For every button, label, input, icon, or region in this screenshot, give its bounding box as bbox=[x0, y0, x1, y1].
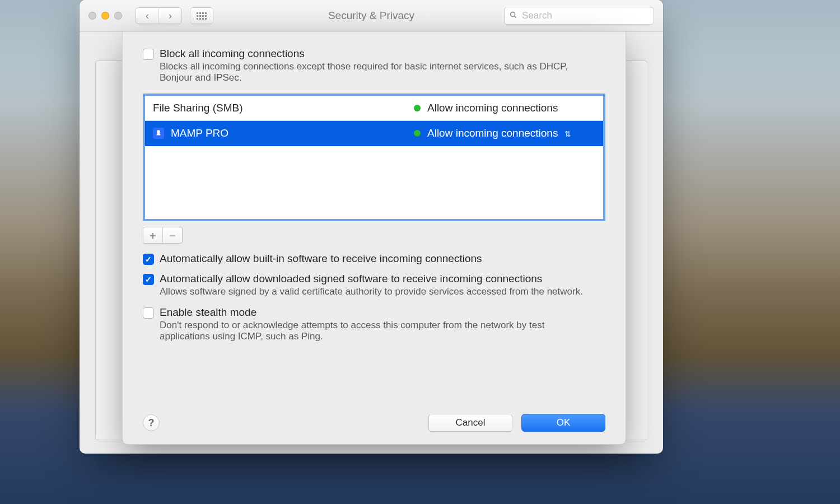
auto-builtin-label: Automatically allow built-in software to… bbox=[160, 253, 482, 265]
chevron-right-icon: › bbox=[169, 10, 172, 22]
help-button[interactable]: ? bbox=[143, 414, 160, 431]
list-item-status: Allow incoming connections bbox=[427, 102, 595, 114]
search-icon bbox=[509, 11, 517, 21]
auto-builtin-checkbox[interactable] bbox=[143, 254, 154, 265]
block-all-option[interactable]: Block all incoming connections Blocks al… bbox=[143, 48, 605, 83]
block-all-sub: Blocks all incoming connections except t… bbox=[160, 61, 591, 83]
status-dot-icon bbox=[414, 105, 421, 111]
sheet-bottom-bar: ? Cancel OK bbox=[143, 414, 605, 432]
stealth-option[interactable]: Enable stealth mode Don't respond to or … bbox=[143, 306, 605, 342]
cancel-button[interactable]: Cancel bbox=[428, 414, 512, 432]
list-item-name: MAMP PRO bbox=[171, 127, 407, 139]
ok-button[interactable]: OK bbox=[521, 414, 605, 432]
search-input[interactable] bbox=[521, 10, 649, 22]
app-icon bbox=[153, 128, 164, 139]
window-title: Security & Privacy bbox=[328, 10, 414, 22]
block-all-checkbox[interactable] bbox=[143, 49, 154, 60]
add-button[interactable]: ＋ bbox=[143, 227, 162, 243]
stealth-sub: Don't respond to or acknowledge attempts… bbox=[160, 320, 591, 342]
svg-line-1 bbox=[515, 16, 516, 17]
back-button[interactable]: ‹ bbox=[136, 8, 158, 24]
grid-icon bbox=[197, 12, 207, 20]
add-remove-buttons: ＋ － bbox=[143, 227, 183, 244]
remove-button[interactable]: － bbox=[162, 227, 182, 243]
auto-builtin-option[interactable]: Automatically allow built-in software to… bbox=[143, 253, 605, 265]
zoom-icon[interactable] bbox=[114, 12, 122, 20]
minus-icon: － bbox=[167, 228, 178, 243]
minimize-icon[interactable] bbox=[101, 12, 109, 20]
nav-back-forward: ‹ › bbox=[136, 7, 182, 24]
list-item-name: File Sharing (SMB) bbox=[153, 102, 407, 114]
list-row-selected[interactable]: MAMP PRO Allow incoming connections ⇅ bbox=[145, 121, 603, 146]
stealth-label: Enable stealth mode bbox=[160, 306, 591, 319]
auto-signed-sub: Allows software signed by a valid certif… bbox=[160, 286, 583, 297]
traffic-lights bbox=[88, 12, 122, 20]
help-icon: ? bbox=[148, 417, 155, 429]
block-all-label: Block all incoming connections bbox=[160, 48, 591, 60]
close-icon[interactable] bbox=[88, 12, 96, 20]
firewall-options-sheet: Block all incoming connections Blocks al… bbox=[122, 31, 626, 445]
stealth-checkbox[interactable] bbox=[143, 307, 154, 319]
show-all-button[interactable] bbox=[190, 7, 213, 24]
titlebar: ‹ › Security & Privacy bbox=[80, 0, 663, 32]
search-field[interactable] bbox=[504, 7, 654, 25]
svg-point-0 bbox=[511, 12, 515, 16]
list-item-status-select[interactable]: Allow incoming connections ⇅ bbox=[427, 127, 595, 139]
list-row[interactable]: File Sharing (SMB) Allow incoming connec… bbox=[145, 96, 603, 121]
auto-signed-option[interactable]: Automatically allow downloaded signed so… bbox=[143, 273, 605, 297]
status-dot-icon bbox=[414, 130, 421, 137]
auto-signed-label: Automatically allow downloaded signed so… bbox=[160, 273, 583, 285]
up-down-arrows-icon: ⇅ bbox=[564, 129, 571, 138]
forward-button[interactable]: › bbox=[158, 8, 181, 24]
auto-signed-checkbox[interactable] bbox=[143, 274, 154, 285]
chevron-left-icon: ‹ bbox=[146, 10, 149, 22]
app-allow-list[interactable]: File Sharing (SMB) Allow incoming connec… bbox=[143, 94, 605, 221]
plus-icon: ＋ bbox=[147, 228, 158, 243]
